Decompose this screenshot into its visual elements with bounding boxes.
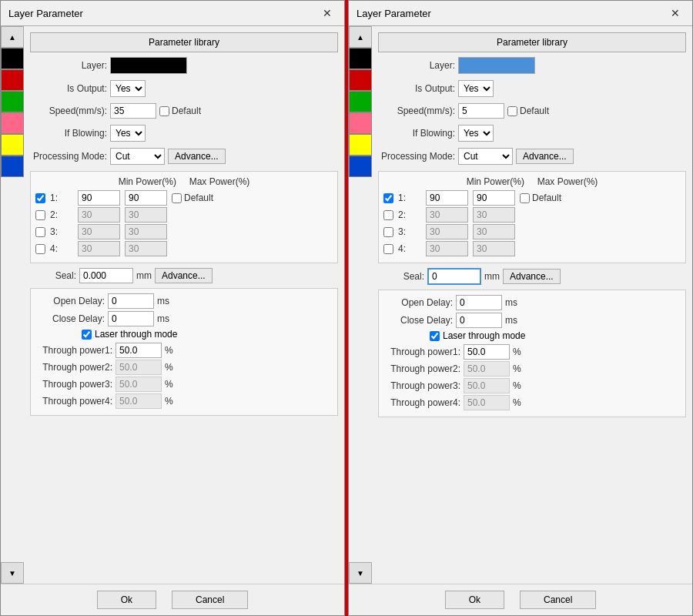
right-through-power2-input[interactable] — [464, 361, 510, 377]
right-blowing-select[interactable]: Yes No — [458, 125, 494, 142]
left-swatch-black[interactable] — [1, 48, 24, 69]
right-power-min-2[interactable] — [426, 207, 468, 223]
right-open-delay-input[interactable] — [456, 295, 502, 310]
left-swatch-red[interactable] — [1, 69, 24, 91]
left-power-min-1[interactable] — [78, 190, 120, 206]
left-power-min-3[interactable] — [78, 224, 120, 239]
right-close-button[interactable]: ✕ — [666, 5, 685, 21]
right-power-max-4[interactable] — [473, 241, 515, 256]
left-ok-button[interactable]: Ok — [97, 591, 156, 609]
right-power-min-4[interactable] — [426, 241, 468, 256]
left-power-max-2[interactable] — [125, 207, 167, 223]
right-nav-up[interactable]: ▲ — [349, 26, 372, 48]
right-swatch-yellow[interactable] — [349, 134, 372, 156]
left-close-button[interactable]: ✕ — [318, 5, 336, 21]
left-speed-input[interactable] — [110, 103, 156, 119]
right-power-max-1[interactable] — [473, 190, 515, 206]
left-power-check-1[interactable] — [35, 193, 45, 203]
right-power-check-2[interactable] — [383, 210, 393, 220]
right-swatch-black[interactable] — [349, 48, 372, 69]
right-seal-advance-button[interactable]: Advance... — [503, 269, 561, 284]
left-speed-default-label: Default — [159, 105, 201, 116]
left-processing-row: Processing Mode: Cut Engrave Scan Advanc… — [30, 148, 338, 165]
left-seal-input[interactable] — [79, 268, 133, 283]
right-through-power3-input[interactable] — [464, 378, 510, 393]
left-blowing-select[interactable]: Yes No — [110, 125, 146, 142]
left-is-output-select[interactable]: Yes No — [110, 80, 146, 97]
right-speed-input[interactable] — [458, 103, 504, 119]
right-processing-row: Processing Mode: Cut Engrave Scan Advanc… — [378, 148, 686, 165]
right-through-power2-row: Through power2: % — [383, 361, 681, 377]
left-swatch-pink[interactable] — [1, 112, 24, 134]
left-through-power1-label: Through power1: — [35, 345, 112, 356]
left-nav-up[interactable]: ▲ — [1, 26, 24, 48]
left-seal-advance-button[interactable]: Advance... — [155, 268, 213, 283]
left-power-max-3[interactable] — [125, 224, 167, 239]
left-swatch-blue[interactable] — [1, 156, 24, 177]
right-ok-button[interactable]: Ok — [445, 591, 504, 609]
right-swatch-green[interactable] — [349, 91, 372, 112]
right-swatch-blue[interactable] — [349, 156, 372, 177]
right-power-max-3[interactable] — [473, 224, 515, 239]
right-close-delay-input[interactable] — [456, 313, 502, 328]
left-processing-advance-button[interactable]: Advance... — [168, 149, 226, 164]
right-swatch-red[interactable] — [349, 69, 372, 91]
right-processing-advance-button[interactable]: Advance... — [516, 149, 574, 164]
left-through-power2-pct: % — [165, 362, 173, 373]
right-laser-through-check[interactable] — [430, 331, 440, 341]
right-through-power3-label: Through power3: — [383, 380, 460, 391]
left-through-power1-input[interactable] — [116, 343, 162, 358]
right-cancel-button[interactable]: Cancel — [520, 591, 596, 609]
right-through-power4-input[interactable] — [464, 395, 510, 410]
right-power-default-check-1[interactable] — [520, 193, 530, 203]
left-power-max-4[interactable] — [125, 241, 167, 256]
right-seal-input[interactable] — [427, 268, 481, 285]
left-power-default-check-1[interactable] — [172, 193, 182, 203]
right-power-num-1: 1: — [398, 192, 421, 203]
left-power-check-4[interactable] — [35, 244, 45, 254]
right-power-check-1[interactable] — [383, 193, 393, 203]
left-cancel-button[interactable]: Cancel — [172, 591, 248, 609]
left-main-content: Parameter library Layer: Is Output: Yes … — [24, 26, 344, 584]
left-laser-through-check[interactable] — [82, 330, 92, 340]
right-processing-select[interactable]: Cut Engrave Scan — [458, 148, 513, 165]
right-layer-color-display[interactable] — [458, 57, 535, 74]
left-power-default-label-1: Default — [172, 192, 213, 203]
right-through-power1-input[interactable] — [464, 344, 510, 360]
right-power-min-1[interactable] — [426, 190, 468, 206]
right-power-min-3[interactable] — [426, 224, 468, 239]
left-power-min-4[interactable] — [78, 241, 120, 256]
right-power-check-3[interactable] — [383, 227, 393, 237]
right-param-lib-button[interactable]: Parameter library — [378, 32, 686, 52]
left-power-header: Min Power(%) Max Power(%) — [35, 176, 333, 187]
left-through-power2-input[interactable] — [116, 360, 162, 375]
left-through-power4-input[interactable] — [116, 393, 162, 409]
left-power-check-2[interactable] — [35, 210, 45, 220]
left-layer-color-display[interactable] — [110, 57, 187, 74]
left-speed-default-check[interactable] — [159, 106, 169, 116]
left-through-power1-row: Through power1: % — [35, 343, 333, 358]
left-nav-down[interactable]: ▼ — [1, 562, 24, 584]
left-power-check-3[interactable] — [35, 227, 45, 237]
right-laser-through-label: Laser through mode — [443, 330, 525, 341]
left-processing-select[interactable]: Cut Engrave Scan — [110, 148, 165, 165]
right-nav-down[interactable]: ▼ — [349, 562, 372, 584]
left-processing-label: Processing Mode: — [30, 151, 107, 162]
left-through-power3-input[interactable] — [116, 377, 162, 392]
left-title-bar: Layer Parameter ✕ — [1, 1, 344, 26]
left-param-lib-button[interactable]: Parameter library — [30, 32, 338, 52]
right-title-text: Layer Parameter — [357, 8, 431, 19]
right-power-check-4[interactable] — [383, 244, 393, 254]
left-power-max-1[interactable] — [125, 190, 167, 206]
left-open-delay-input[interactable] — [108, 293, 154, 309]
left-power-num-1: 1: — [50, 192, 73, 203]
left-close-delay-input[interactable] — [108, 311, 154, 326]
right-power-max-2[interactable] — [473, 207, 515, 223]
right-is-output-select[interactable]: Yes No — [458, 80, 494, 97]
left-power-min-2[interactable] — [78, 207, 120, 223]
right-through-power4-label: Through power4: — [383, 397, 460, 408]
left-swatch-yellow[interactable] — [1, 134, 24, 156]
right-swatch-pink[interactable] — [349, 112, 372, 134]
left-swatch-green[interactable] — [1, 91, 24, 112]
right-speed-default-check[interactable] — [507, 106, 517, 116]
